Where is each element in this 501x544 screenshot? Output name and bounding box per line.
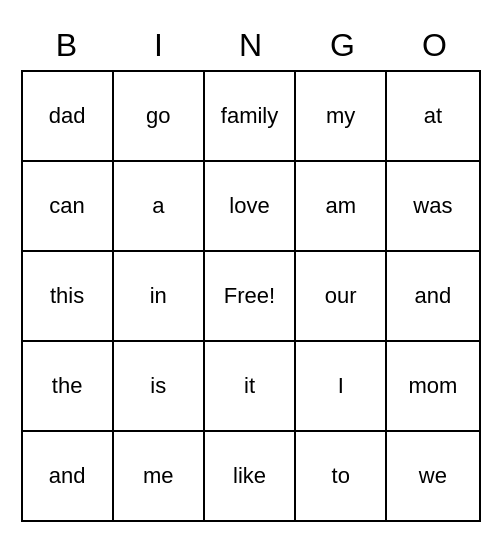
bingo-grid: dad go family my at can a love am was th…: [21, 70, 481, 522]
cell-3-0[interactable]: the: [23, 342, 114, 430]
bingo-row: the is it I mom: [23, 342, 479, 432]
cell-3-3[interactable]: I: [296, 342, 387, 430]
cell-1-1[interactable]: a: [114, 162, 205, 250]
cell-3-4[interactable]: mom: [387, 342, 478, 430]
cell-4-2[interactable]: like: [205, 432, 296, 520]
cell-4-1[interactable]: me: [114, 432, 205, 520]
bingo-row: this in Free! our and: [23, 252, 479, 342]
cell-4-0[interactable]: and: [23, 432, 114, 520]
header-g: G: [297, 23, 389, 68]
header-o: O: [389, 23, 481, 68]
cell-2-1[interactable]: in: [114, 252, 205, 340]
cell-0-4[interactable]: at: [387, 72, 478, 160]
bingo-row: dad go family my at: [23, 72, 479, 162]
cell-2-0[interactable]: this: [23, 252, 114, 340]
cell-1-4[interactable]: was: [387, 162, 478, 250]
cell-2-3[interactable]: our: [296, 252, 387, 340]
cell-2-4[interactable]: and: [387, 252, 478, 340]
cell-3-1[interactable]: is: [114, 342, 205, 430]
cell-free[interactable]: Free!: [205, 252, 296, 340]
cell-0-2[interactable]: family: [205, 72, 296, 160]
cell-4-4[interactable]: we: [387, 432, 478, 520]
bingo-row: can a love am was: [23, 162, 479, 252]
bingo-row: and me like to we: [23, 432, 479, 520]
cell-3-2[interactable]: it: [205, 342, 296, 430]
header-b: B: [21, 23, 113, 68]
cell-0-1[interactable]: go: [114, 72, 205, 160]
cell-1-3[interactable]: am: [296, 162, 387, 250]
cell-0-0[interactable]: dad: [23, 72, 114, 160]
bingo-board: B I N G O dad go family my at can a love…: [21, 23, 481, 522]
cell-1-2[interactable]: love: [205, 162, 296, 250]
header-n: N: [205, 23, 297, 68]
cell-1-0[interactable]: can: [23, 162, 114, 250]
cell-0-3[interactable]: my: [296, 72, 387, 160]
header-i: I: [113, 23, 205, 68]
bingo-header: B I N G O: [21, 23, 481, 68]
cell-4-3[interactable]: to: [296, 432, 387, 520]
